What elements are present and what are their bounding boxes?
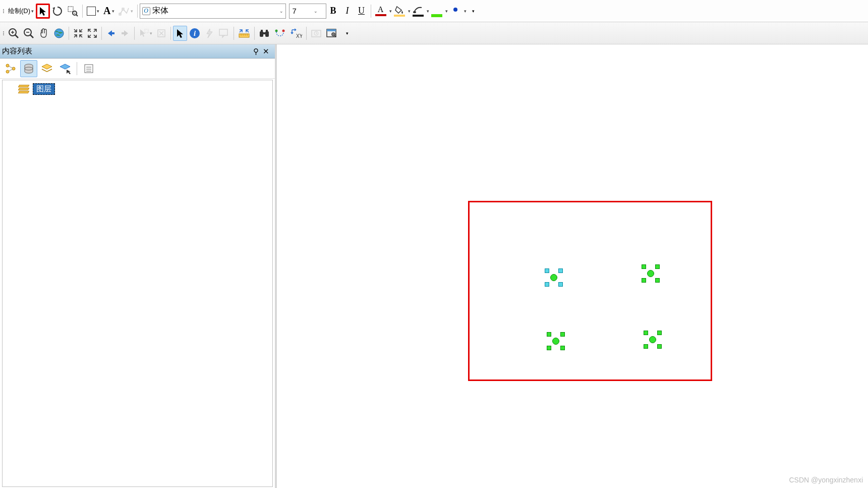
- route-icon: [274, 28, 286, 39]
- svg-line-38: [316, 33, 317, 34]
- select-elements-tool[interactable]: [173, 26, 187, 41]
- draw-menu[interactable]: 绘制(D) ▾: [6, 4, 36, 19]
- svg-rect-0: [68, 7, 73, 12]
- zoom-in-button[interactable]: [6, 26, 21, 41]
- arrows-in-icon: [73, 28, 83, 38]
- text-a-icon: A: [103, 5, 110, 17]
- zoom-to-selection-button[interactable]: +: [65, 4, 80, 19]
- time-slider-button: [309, 26, 324, 41]
- svg-text:XY: XY: [296, 33, 302, 39]
- bold-button[interactable]: B: [326, 4, 340, 19]
- font-type-icon: O: [142, 7, 150, 15]
- toolbar-overflow-button[interactable]: ▾: [340, 26, 354, 41]
- italic-button[interactable]: I: [340, 4, 355, 19]
- font-size-selector[interactable]: ⌄: [289, 4, 326, 19]
- svg-rect-4: [119, 13, 121, 15]
- toolbar-overflow-button[interactable]: ▾: [467, 4, 481, 19]
- find-button[interactable]: [257, 26, 272, 41]
- svg-line-8: [15, 35, 18, 38]
- pan-button[interactable]: [36, 26, 51, 41]
- dropdown-arrow-icon[interactable]: ▾: [427, 9, 429, 14]
- svg-point-36: [314, 31, 318, 35]
- line-color-swatch: [413, 15, 424, 17]
- font-selector[interactable]: O ⌄: [140, 4, 286, 19]
- info-icon: i: [189, 28, 200, 39]
- tools-toolbar: ▾ i XY ▾: [0, 22, 868, 44]
- dropdown-arrow-icon: ⌄: [314, 9, 318, 14]
- separator: [101, 27, 102, 40]
- back-arrow-icon: [106, 29, 116, 38]
- svg-rect-29: [263, 32, 266, 34]
- font-name-input[interactable]: [152, 7, 278, 16]
- square-icon: [87, 7, 96, 16]
- svg-rect-40: [327, 29, 336, 31]
- viewer-window-button[interactable]: [324, 26, 340, 41]
- svg-rect-15: [145, 29, 148, 33]
- fixed-zoom-out-button[interactable]: [85, 26, 99, 41]
- viewer-icon: [326, 28, 338, 39]
- zoom-out-button[interactable]: [21, 26, 36, 41]
- find-route-button[interactable]: [272, 26, 288, 41]
- toolbar-grip[interactable]: [2, 4, 5, 18]
- svg-line-2: [76, 15, 78, 16]
- draw-menu-label: 绘制(D): [8, 7, 30, 16]
- svg-rect-35: [312, 30, 321, 37]
- marker-color-button[interactable]: [429, 4, 444, 19]
- underline-button[interactable]: U: [355, 4, 369, 19]
- brush-icon: [413, 6, 424, 14]
- zoom-selection-icon: +: [67, 6, 78, 17]
- symbol-color-button[interactable]: [448, 4, 463, 19]
- svg-text:+: +: [74, 12, 76, 15]
- rotate-button[interactable]: [50, 4, 65, 19]
- font-size-input[interactable]: [293, 7, 313, 15]
- svg-rect-21: [219, 29, 227, 35]
- dropdown-arrow-icon: ▾: [97, 9, 99, 14]
- separator: [137, 5, 138, 18]
- fill-color-button[interactable]: [392, 4, 407, 19]
- measure-button[interactable]: [236, 26, 252, 41]
- font-color-button[interactable]: A: [373, 4, 388, 19]
- identify-button[interactable]: i: [187, 26, 202, 41]
- svg-point-6: [413, 11, 416, 13]
- vertices-icon: [119, 6, 130, 16]
- separator: [371, 5, 371, 18]
- dropdown-arrow-icon[interactable]: ▾: [408, 9, 411, 14]
- pointer-icon: [38, 6, 47, 16]
- select-elements-button[interactable]: [36, 4, 50, 19]
- font-color-icon: A: [378, 6, 384, 13]
- zoom-in-icon: [8, 28, 19, 39]
- clear-selection-button: [154, 26, 168, 41]
- shape-fill-button[interactable]: ▾: [85, 4, 101, 19]
- text-tool-button[interactable]: A ▾: [101, 4, 116, 19]
- separator: [306, 27, 307, 40]
- rotate-icon: [52, 6, 63, 17]
- hyperlink-button: [202, 26, 216, 41]
- dot-icon: [453, 8, 457, 12]
- ruler-icon: [238, 28, 250, 38]
- fixed-zoom-in-button[interactable]: [71, 26, 85, 41]
- time-icon: [311, 28, 322, 38]
- dropdown-arrow-icon[interactable]: ▾: [464, 9, 467, 14]
- line-color-button[interactable]: [411, 4, 426, 19]
- svg-rect-5: [122, 8, 124, 10]
- binoculars-icon: [259, 28, 270, 38]
- zoom-out-icon: [23, 28, 34, 39]
- dropdown-arrow-icon[interactable]: ▾: [445, 9, 448, 14]
- goto-xy-button[interactable]: XY: [288, 26, 304, 41]
- bucket-icon: [394, 6, 404, 14]
- full-extent-button[interactable]: [51, 26, 67, 41]
- prev-extent-button[interactable]: [104, 26, 118, 41]
- dropdown-arrow-icon: ▾: [150, 31, 152, 36]
- dropdown-arrow-icon: ▾: [112, 9, 114, 14]
- popup-icon: [218, 28, 229, 38]
- svg-rect-16: [158, 30, 165, 37]
- svg-line-18: [159, 31, 163, 35]
- dropdown-arrow-icon[interactable]: ▾: [389, 9, 392, 14]
- fill-color-swatch: [394, 15, 405, 17]
- italic-icon: I: [346, 6, 349, 16]
- toolbar-grip[interactable]: [2, 26, 5, 40]
- separator: [254, 27, 255, 40]
- separator: [170, 27, 171, 40]
- globe-icon: [53, 28, 65, 39]
- lightning-icon: [205, 28, 214, 39]
